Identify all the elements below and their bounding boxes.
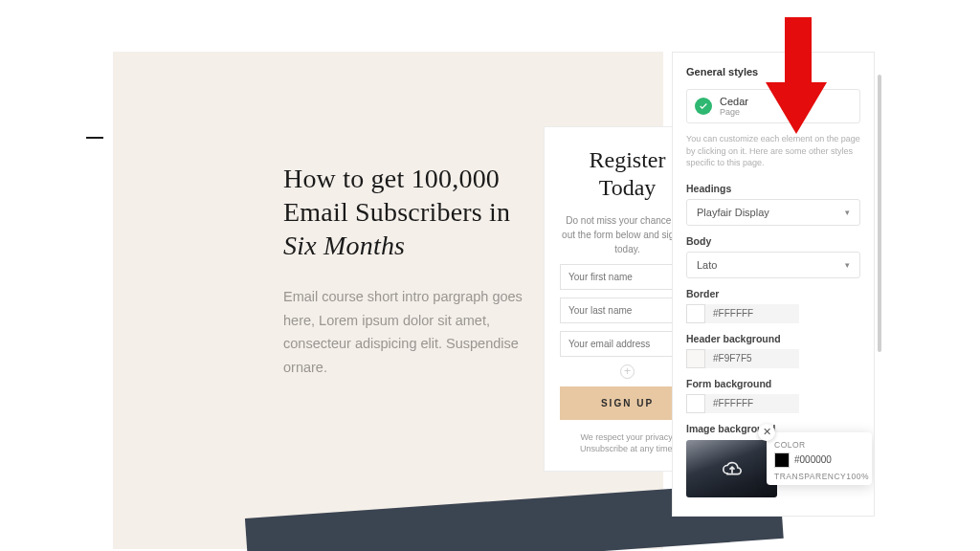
header-bg-hex: #F9F7F5 xyxy=(705,349,760,367)
border-color-swatch xyxy=(686,304,705,323)
popover-color-hex: #000000 xyxy=(794,454,832,465)
header-bg-swatch xyxy=(686,349,705,368)
popover-color-input[interactable]: #000000 xyxy=(774,452,864,468)
border-label: Border xyxy=(686,288,860,299)
panel-scrollbar[interactable] xyxy=(878,75,881,352)
page-preview[interactable]: How to get 100,000 Email Subscribers in … xyxy=(113,52,663,549)
popover-color-swatch xyxy=(774,452,790,468)
editor-selection-handle[interactable] xyxy=(86,137,103,139)
body-font-select[interactable]: Lato ▾ xyxy=(686,252,860,278)
upload-icon xyxy=(723,458,742,479)
hero-heading-emphasis: Six Months xyxy=(283,231,405,260)
plus-icon: + xyxy=(620,364,635,379)
close-icon[interactable]: ✕ xyxy=(758,424,775,441)
form-bg-hex: #FFFFFF xyxy=(705,394,761,412)
border-hex: #FFFFFF xyxy=(705,304,761,322)
hero-block[interactable]: How to get 100,000 Email Subscribers in … xyxy=(283,162,523,380)
panel-helper-text: You can customize each element on the pa… xyxy=(686,133,860,169)
popover-color-label: COLOR xyxy=(774,440,864,450)
headings-font-value: Playfair Display xyxy=(697,207,769,218)
image-bg-thumbnail[interactable] xyxy=(686,440,777,497)
popover-transparency-label: TRANSPARENCY xyxy=(774,472,846,481)
hero-heading[interactable]: How to get 100,000 Email Subscribers in … xyxy=(283,162,523,262)
check-circle-icon xyxy=(695,98,712,115)
form-bg-color-input[interactable]: #FFFFFF xyxy=(686,394,799,413)
chevron-down-icon: ▾ xyxy=(845,208,850,217)
popover-transparency-value: 100% xyxy=(846,472,869,481)
hero-intro[interactable]: Email course short intro pargraph goes h… xyxy=(283,285,523,380)
chevron-down-icon: ▾ xyxy=(845,260,850,270)
template-sub: Page xyxy=(720,107,748,117)
image-bg-color-popover: ✕ COLOR #000000 TRANSPARENCY 100% xyxy=(767,432,872,485)
style-panel: General styles Cedar Page You can custom… xyxy=(672,52,875,517)
template-name: Cedar xyxy=(720,96,748,107)
form-bg-label: Form background xyxy=(686,378,860,389)
header-bg-label: Header background xyxy=(686,333,860,344)
headings-font-select[interactable]: Playfair Display ▾ xyxy=(686,199,860,226)
panel-title: General styles xyxy=(686,66,860,77)
body-label: Body xyxy=(686,235,860,247)
headings-label: Headings xyxy=(686,183,860,194)
template-selector[interactable]: Cedar Page xyxy=(686,89,860,123)
header-bg-color-input[interactable]: #F9F7F5 xyxy=(686,349,799,368)
body-font-value: Lato xyxy=(697,259,717,271)
border-color-input[interactable]: #FFFFFF xyxy=(686,304,799,323)
hero-heading-text: How to get 100,000 Email Subscribers in xyxy=(283,164,510,227)
form-bg-swatch xyxy=(686,394,705,413)
